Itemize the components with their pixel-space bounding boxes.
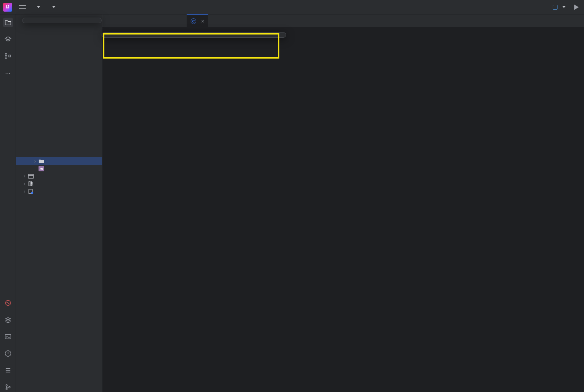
class-icon: C — [191, 18, 196, 24]
run-config-icon — [553, 5, 558, 10]
module-icon — [28, 173, 34, 179]
terminal-tool-icon[interactable] — [3, 332, 13, 341]
editor: C × — [102, 14, 584, 392]
tree-item-spring[interactable]: › — [16, 172, 102, 180]
services-tool-icon[interactable] — [3, 298, 13, 308]
chevron-down-icon — [52, 6, 55, 8]
gutter — [102, 27, 126, 392]
svg-rect-2 — [8, 55, 10, 57]
svg-point-8 — [8, 386, 10, 388]
main-menu-popup — [22, 18, 102, 23]
edit-submenu-popup — [102, 32, 286, 38]
code-content[interactable] — [126, 27, 584, 392]
svg-point-11 — [31, 191, 33, 193]
vcs-tool-icon[interactable] — [3, 382, 13, 392]
tree-item-external-libs[interactable]: › — [16, 180, 102, 187]
svg-point-7 — [6, 388, 7, 390]
project-selector[interactable] — [33, 4, 43, 10]
tree-item-target[interactable]: › — [16, 157, 102, 165]
editor-tab[interactable]: C × — [187, 14, 208, 27]
chevron-down-icon — [562, 6, 566, 8]
editor-tabs: C × — [102, 14, 584, 27]
todo-tool-icon[interactable] — [3, 366, 13, 375]
run-button[interactable] — [571, 2, 581, 12]
tree-item-scratches[interactable]: › — [16, 187, 102, 195]
svg-rect-4 — [5, 335, 10, 339]
structure-tool-icon[interactable] — [3, 51, 13, 61]
project-tool-icon[interactable] — [3, 18, 13, 27]
close-icon[interactable]: × — [201, 18, 204, 24]
app-logo-icon: IJ — [3, 3, 12, 12]
layers-tool-icon[interactable] — [3, 315, 13, 325]
problems-tool-icon[interactable] — [3, 349, 13, 358]
run-config-selector[interactable] — [553, 5, 566, 10]
chevron-down-icon — [37, 6, 40, 8]
main-menu-icon[interactable] — [18, 3, 27, 11]
titlebar: IJ — [0, 0, 584, 14]
svg-rect-9 — [28, 174, 33, 178]
library-icon — [28, 181, 34, 187]
svg-point-6 — [6, 385, 7, 386]
svg-rect-0 — [5, 54, 6, 56]
learn-tool-icon[interactable] — [3, 35, 13, 44]
more-tool-icon[interactable]: ⋯ — [3, 68, 13, 78]
folder-icon — [39, 158, 44, 164]
scratch-icon — [28, 189, 34, 194]
maven-icon: m — [39, 166, 44, 171]
project-tree: › m › › › — [16, 14, 102, 392]
tool-rail: ⋯ — [0, 14, 16, 392]
vcs-selector[interactable] — [48, 4, 58, 10]
tree-item-pom[interactable]: m — [16, 165, 102, 172]
svg-rect-1 — [5, 57, 6, 59]
